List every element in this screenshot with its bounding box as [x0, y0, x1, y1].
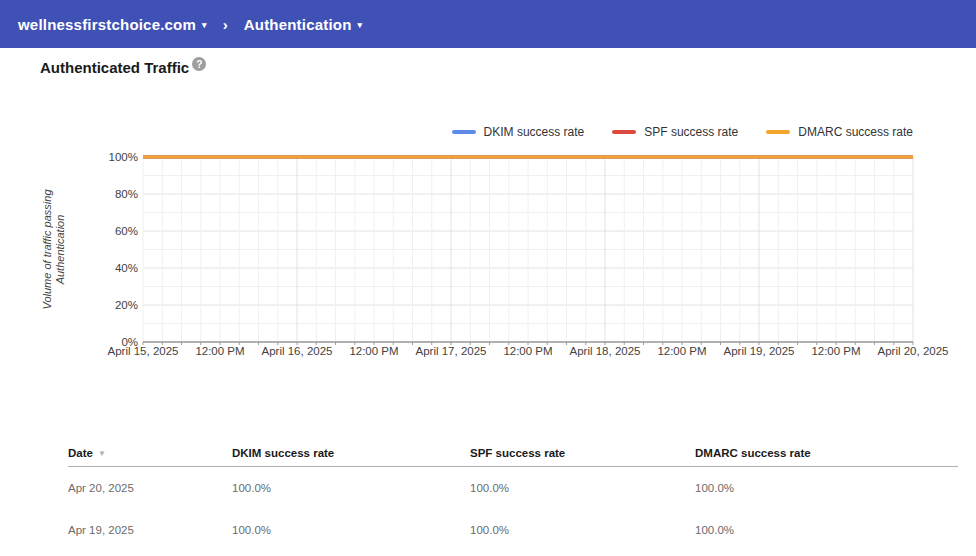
- legend-item: SPF success rate: [612, 125, 738, 139]
- xtick-label: April 19, 2025: [724, 345, 795, 357]
- legend-swatch-icon: [612, 130, 636, 134]
- xtick-label: 12:00 PM: [811, 345, 860, 357]
- legend-label: DMARC success rate: [798, 125, 913, 139]
- table-row: Apr 19, 2025100.0%100.0%100.0%: [0, 509, 976, 551]
- table-cell-spf: 100.0%: [470, 482, 695, 494]
- table-header-row: Date ▼ DKIM success rate SPF success rat…: [0, 440, 976, 466]
- sort-descending-icon: ▼: [98, 449, 106, 458]
- table-row: Apr 20, 2025100.0%100.0%100.0%: [0, 467, 976, 509]
- legend-swatch-icon: [766, 130, 790, 134]
- domain-selector-dropdown[interactable]: wellnessfirstchoice.com ▾: [12, 12, 213, 37]
- ytick-label: 20%: [115, 299, 138, 311]
- ytick-label: 80%: [115, 188, 138, 200]
- page-title: Authenticated Traffic: [40, 59, 189, 76]
- xtick-label: April 20, 2025: [878, 345, 949, 357]
- authenticated-traffic-chart: 0%20%40%60%80%100%April 15, 202512:00 PM…: [0, 140, 976, 375]
- legend-swatch-icon: [452, 130, 476, 134]
- legend-item: DKIM success rate: [452, 125, 585, 139]
- legend-item: DMARC success rate: [766, 125, 913, 139]
- xtick-label: 12:00 PM: [657, 345, 706, 357]
- ytick-label: 40%: [115, 262, 138, 274]
- table-cell-date: Apr 19, 2025: [68, 524, 232, 536]
- column-header-spf: SPF success rate: [470, 447, 695, 459]
- page-title-row: Authenticated Traffic ?: [40, 59, 206, 76]
- xtick-label: April 17, 2025: [416, 345, 487, 357]
- legend-label: DKIM success rate: [484, 125, 585, 139]
- chevron-down-icon: ▾: [202, 20, 207, 30]
- column-header-dkim: DKIM success rate: [232, 447, 470, 459]
- ytick-label: 100%: [109, 151, 138, 163]
- legend-label: SPF success rate: [644, 125, 738, 139]
- report-selector-label: Authentication: [244, 16, 352, 33]
- help-icon[interactable]: ?: [192, 57, 206, 71]
- xtick-label: 12:00 PM: [349, 345, 398, 357]
- y-axis-title: Volume of traffic passingAuthentication: [41, 189, 66, 310]
- chevron-right-icon: ›: [223, 16, 228, 33]
- report-selector-dropdown[interactable]: Authentication ▾: [238, 12, 369, 37]
- column-header-dmarc: DMARC success rate: [695, 447, 976, 459]
- table-body: Apr 20, 2025100.0%100.0%100.0%Apr 19, 20…: [0, 467, 976, 551]
- authentication-table: Date ▼ DKIM success rate SPF success rat…: [0, 440, 976, 551]
- chart-legend: DKIM success rateSPF success rateDMARC s…: [424, 125, 913, 139]
- table-cell-dmarc: 100.0%: [695, 482, 976, 494]
- xtick-label: April 18, 2025: [570, 345, 641, 357]
- xtick-label: April 15, 2025: [108, 345, 179, 357]
- xtick-label: 12:00 PM: [503, 345, 552, 357]
- top-navigation-bar: wellnessfirstchoice.com ▾ › Authenticati…: [0, 0, 976, 48]
- table-cell-dmarc: 100.0%: [695, 524, 976, 536]
- table-cell-date: Apr 20, 2025: [68, 482, 232, 494]
- xtick-label: April 16, 2025: [262, 345, 333, 357]
- table-cell-dkim: 100.0%: [232, 524, 470, 536]
- domain-selector-label: wellnessfirstchoice.com: [18, 16, 196, 33]
- xtick-label: 12:00 PM: [195, 345, 244, 357]
- table-cell-dkim: 100.0%: [232, 482, 470, 494]
- ytick-label: 60%: [115, 225, 138, 237]
- chevron-down-icon: ▾: [358, 20, 363, 30]
- table-cell-spf: 100.0%: [470, 524, 695, 536]
- column-header-date[interactable]: Date ▼: [68, 447, 232, 459]
